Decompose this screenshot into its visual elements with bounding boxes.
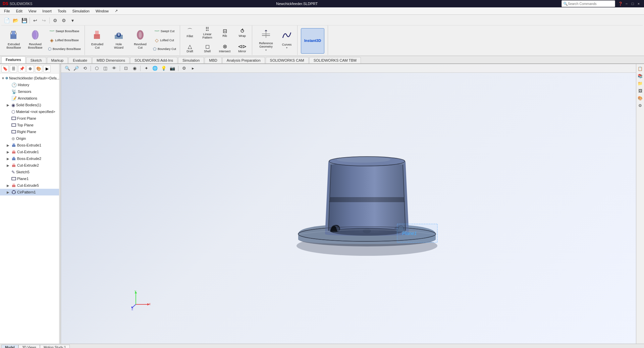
tree-expand-solid[interactable]: ▶ [7,103,11,107]
reference-geometry-button[interactable]: ReferenceGeometry ▾ [254,27,278,53]
mirror-button[interactable]: ⊲⊳ Mirror [234,42,251,54]
qat-new[interactable]: 📄 [3,16,11,24]
linear-pattern-button[interactable]: ⠿ LinearPattern [199,26,216,39]
qat-save[interactable]: 💾 [20,16,28,24]
tab-analysis-preparation[interactable]: Analysis Preparation [222,57,265,63]
tree-expand-root[interactable]: ▼ [1,76,5,80]
tab-features[interactable]: Features [1,56,25,63]
tree-expand-boss1[interactable]: ▶ [7,143,11,147]
search-input[interactable] [568,2,613,6]
vt-appearances[interactable]: ✦ [143,65,150,72]
tree-solid-bodies[interactable]: ▶ ◉ Solid Bodies(1) [0,102,61,108]
draft-button[interactable]: △ Draft [181,42,198,54]
menu-insert[interactable]: Insert [40,8,54,14]
tree-origin[interactable]: ⊕ Origin [0,135,61,142]
rp-btn3[interactable]: 📁 [637,80,644,87]
tree-material[interactable]: ⬡ Material <not specified> [0,108,61,115]
swept-cut-button[interactable]: 〰 Swept Cut [151,27,178,36]
tree-boss-extrude2[interactable]: ▶ Boss-Extrude2 [0,155,61,162]
extruded-boss-button[interactable]: ExtrudedBoss/Base [3,27,24,52]
extruded-cut-button[interactable]: ExtrudedCut [87,27,108,52]
tree-history[interactable]: 🕐 History [0,81,61,88]
tab-motion-study[interactable]: Motion Study 1 [40,345,70,348]
menu-file[interactable]: File [1,8,13,14]
tab-model[interactable]: Model [1,345,18,348]
revolved-cut-button[interactable]: RevolvedCut [130,27,151,52]
tree-root[interactable]: ▼ P Newchickfeeder (Default<<Defa... [0,75,61,81]
rp-btn6[interactable]: ⚙ [637,102,644,109]
hole-wizard-button[interactable]: W HoleWizard [108,27,129,52]
instant3d-button[interactable]: Instant3D [301,28,324,54]
qat-rebuild[interactable]: ⚙ [51,16,59,24]
vt-zoom-region[interactable]: 🔎 [72,65,80,72]
vt-cameras[interactable]: 📷 [169,65,176,72]
menu-extra[interactable]: ↗ [112,8,120,14]
qat-customize[interactable]: ▾ [68,16,76,24]
vt-display-type[interactable]: ◫ [102,65,109,72]
boundary-boss-button[interactable]: ⬡ Boundary Boss/Base [46,45,83,53]
tab-sketch[interactable]: Sketch [26,57,46,63]
tree-annotations[interactable]: 📝 Annotations [0,95,61,102]
minimize-button[interactable]: − [624,1,629,6]
tree-top-plane[interactable]: Top Plane [0,122,61,128]
help-button[interactable]: ❓ [618,1,623,6]
lofted-cut-button[interactable]: ◇ Lofted Cut [151,36,178,45]
fillet-button[interactable]: ⌒ Fillet [181,26,198,39]
rp-btn4[interactable]: 🖼 [637,88,644,94]
qat-options[interactable]: ⚙ [60,16,68,24]
tree-expand-cut1[interactable]: ▶ [7,150,11,154]
tree-sketch5[interactable]: ✎ Sketch5 [0,169,61,175]
menu-window[interactable]: Window [93,8,111,14]
menu-simulation[interactable]: Simulation [70,8,92,14]
vt-lights[interactable]: 💡 [160,65,167,72]
lp-dim-btn[interactable]: ⊕ [26,65,34,72]
vt-display-settings[interactable]: ⚙ [180,65,188,72]
command-search[interactable]: 🔍 [561,0,615,7]
tab-markup[interactable]: Markup [47,57,68,63]
tab-mbd-dimensions[interactable]: MBD Dimensions [92,57,129,63]
menu-edit[interactable]: Edit [13,8,25,14]
tab-solidworks-cam[interactable]: SOLIDWORKS CAM [266,57,309,63]
rp-btn1[interactable]: 📋 [637,65,644,72]
qat-redo[interactable]: ↪ [40,16,48,24]
boundary-cut-button[interactable]: ⬠ Boundary Cut [151,45,178,53]
tab-solidworks-cam-tbm[interactable]: SOLIDWORKS CAM TBM [309,57,361,63]
swept-boss-button[interactable]: 〰 Swept Boss/Base [46,27,83,36]
revolved-boss-button[interactable]: RevolvedBoss/Base [25,27,46,52]
close-button[interactable]: × [636,1,641,6]
tree-expand-cir1[interactable]: ▶ [7,190,11,194]
vt-section[interactable]: ⊡ [122,65,129,72]
lp-property-btn[interactable]: ☰ [10,65,17,72]
wrap-button[interactable]: ⥀ Wrap [234,26,251,39]
menu-view[interactable]: View [26,8,39,14]
intersect-button[interactable]: ⊗ Intersect [216,42,233,54]
vt-view-orient[interactable]: ⬡ [93,65,100,72]
qat-undo[interactable]: ↩ [31,16,39,24]
lp-config-btn[interactable]: 📌 [18,65,25,72]
curves-button[interactable]: Curves ▾ [278,27,295,52]
tree-cut-extrude2[interactable]: ▶ Cut-Extrude2 [0,162,61,169]
tree-right-plane[interactable]: Right Plane [0,128,61,135]
tab-3d-views[interactable]: 3D Views [18,345,40,348]
tree-boss-extrude1[interactable]: ▶ Boss-Extrude1 [0,142,61,149]
vt-scene[interactable]: 🌐 [151,65,159,72]
vt-prev-view[interactable]: ⟲ [81,65,89,72]
tree-front-plane[interactable]: Front Plane [0,115,61,122]
vt-view-focus[interactable]: ◉ [131,65,138,72]
tree-cirpattern1[interactable]: ▶ CirPattern1 [0,189,61,195]
tab-simulation[interactable]: Simulation [178,57,204,63]
vt-zoom-box[interactable]: 🔍 [64,65,71,72]
tree-cut-extrude1[interactable]: ▶ Cut-Extrude1 [0,149,61,155]
tree-expand-cut5[interactable]: ▶ [7,184,11,187]
lp-feature-btn[interactable]: 🔖 [1,65,9,72]
tree-expand-cut2[interactable]: ▶ [7,164,11,167]
rib-button[interactable]: ⊟ Rib [216,26,233,39]
rp-btn5[interactable]: 🎨 [637,95,644,102]
tree-expand-boss2[interactable]: ▶ [7,157,11,161]
tree-cut-extrude5[interactable]: ▶ Cut-Extrude5 [0,182,61,189]
tab-solidworks-addins[interactable]: SOLIDWORKS Add-Ins [130,57,177,63]
menu-tools[interactable]: Tools [55,8,69,14]
qat-open[interactable]: 📂 [11,16,19,24]
tab-mbd[interactable]: MBD [205,57,221,63]
vt-more[interactable]: ▸ [189,65,197,72]
